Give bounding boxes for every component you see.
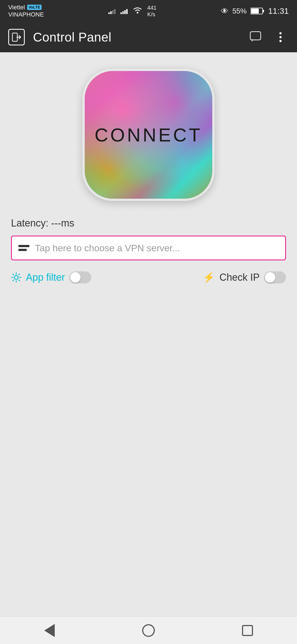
signal-area: 441 K/s (108, 4, 156, 18)
carrier-info: Viettel VoLTE VINAPHONE (8, 4, 44, 18)
svg-rect-3 (251, 9, 259, 13)
battery-percent: 55% (232, 7, 247, 15)
svg-point-8 (279, 40, 282, 42)
connect-button[interactable]: CONNECT (82, 69, 215, 201)
chat-icon[interactable] (248, 29, 264, 45)
app-filter-knob (70, 272, 81, 283)
svg-rect-5 (250, 32, 261, 40)
latency-row: Latency: ---ms (11, 217, 286, 229)
wifi-icon (133, 6, 142, 16)
latency-text: Latency: ---ms (11, 217, 74, 229)
check-ip-option: ⚡ Check IP (203, 271, 286, 283)
svg-rect-2 (263, 10, 264, 12)
eye-icon: 👁 (221, 7, 229, 16)
back-icon (44, 624, 55, 637)
network-speed: 441 K/s (147, 4, 156, 18)
signal-bars-2 (120, 8, 128, 14)
app-filter-label: App filter (26, 272, 65, 283)
server-selector[interactable]: Tap here to choose a VPN server... (11, 236, 286, 260)
volte-badge: VoLTE (27, 5, 42, 10)
nav-bar (0, 616, 297, 644)
status-bar: Viettel VoLTE VINAPHONE (0, 0, 297, 22)
app-bar-actions (248, 29, 289, 45)
svg-point-7 (279, 36, 282, 38)
login-icon[interactable] (8, 29, 25, 45)
nav-home-button[interactable] (138, 620, 160, 642)
check-ip-label: Check IP (219, 272, 260, 283)
more-menu-icon[interactable] (272, 29, 289, 45)
gear-icon (11, 272, 21, 283)
check-ip-knob (265, 272, 275, 283)
app-bar-title: Control Panel (33, 30, 239, 45)
signal-bars-1 (108, 8, 116, 14)
svg-point-6 (279, 32, 282, 34)
battery-icon (251, 7, 264, 15)
home-icon (142, 624, 155, 637)
app-filter-toggle[interactable] (69, 271, 91, 283)
main-content: CONNECT Latency: ---ms Tap here to choos… (0, 52, 297, 616)
lightning-icon: ⚡ (203, 272, 215, 283)
status-right: 👁 55% 11:31 (221, 6, 289, 16)
recent-icon (242, 625, 253, 636)
carrier-name: Viettel (8, 4, 25, 11)
server-placeholder: Tap here to choose a VPN server... (35, 243, 279, 253)
nav-back-button[interactable] (38, 620, 61, 642)
connect-label: CONNECT (95, 124, 202, 146)
check-ip-toggle[interactable] (264, 271, 286, 283)
server-icon (18, 245, 29, 251)
clock: 11:31 (268, 6, 289, 16)
app-filter-option: App filter (11, 271, 91, 283)
carrier-sub-name: VINAPHONE (8, 11, 44, 18)
svg-point-0 (137, 12, 138, 13)
nav-recent-button[interactable] (237, 620, 258, 642)
app-bar: Control Panel (0, 22, 297, 52)
options-row: App filter ⚡ Check IP (11, 271, 286, 283)
svg-point-9 (14, 275, 18, 279)
